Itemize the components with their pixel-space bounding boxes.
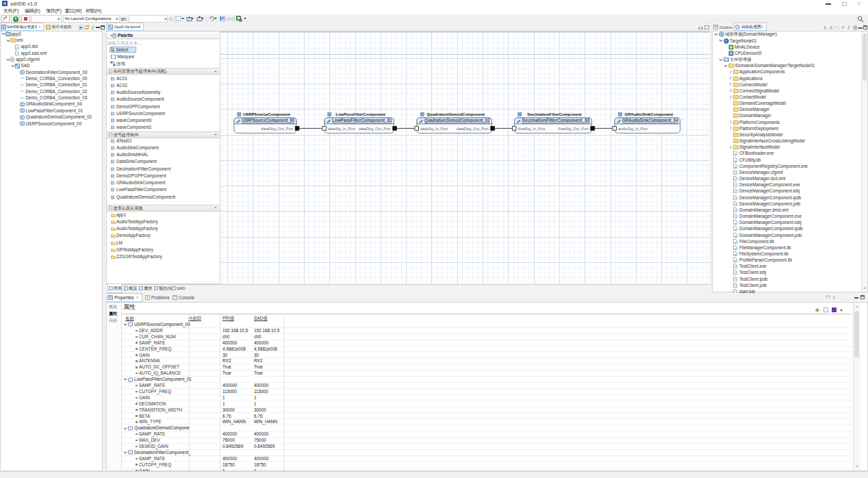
svg-text:dataDbg_Out_Port: dataDbg_Out_Port bbox=[457, 127, 489, 131]
svg-text:floatSig_Out_Port: floatSig_Out_Port bbox=[558, 127, 589, 131]
svg-text:QuadratureDemodComponent: QuadratureDemodComponent bbox=[427, 112, 485, 116]
svg-text:floatSig_In_Port: floatSig_In_Port bbox=[518, 127, 546, 131]
svg-text:dataDbg_Out_Port: dataDbg_Out_Port bbox=[359, 127, 391, 131]
svg-text:GRAudioSinkComponent_04: GRAudioSinkComponent_04 bbox=[622, 117, 678, 123]
svg-text:DecimationFilterComponent_03: DecimationFilterComponent_03 bbox=[522, 117, 590, 123]
svg-text:USRPSourceComponent_00: USRPSourceComponent_00 bbox=[242, 117, 294, 123]
svg-text:LowPassFilterComponent_01: LowPassFilterComponent_01 bbox=[332, 117, 392, 123]
svg-text:dataSig_In_Port: dataSig_In_Port bbox=[328, 127, 356, 131]
svg-text:QuadratureDemodComponent_02: QuadratureDemodComponent_02 bbox=[424, 117, 490, 123]
svg-text:dataSig_In_Port: dataSig_In_Port bbox=[420, 127, 448, 131]
svg-text:audioSig_In_Port: audioSig_In_Port bbox=[618, 127, 648, 131]
svg-text:dataDbg_Out_Port: dataDbg_Out_Port bbox=[261, 127, 293, 131]
svg-text:GRAudioSinkComponent: GRAudioSinkComponent bbox=[624, 112, 673, 116]
svg-text:DecimationFilterComponent: DecimationFilterComponent bbox=[528, 112, 582, 116]
svg-text:USRPSourceComponent: USRPSourceComponent bbox=[243, 112, 290, 116]
svg-text:LowPassFilterComponent: LowPassFilterComponent bbox=[335, 112, 385, 116]
